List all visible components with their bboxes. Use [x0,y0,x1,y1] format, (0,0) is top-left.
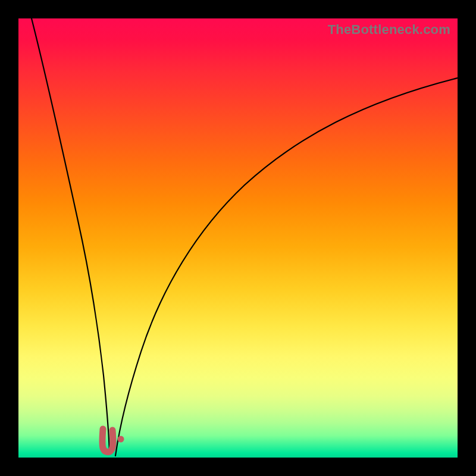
marker-dot [118,436,124,443]
series-left-curve [32,18,109,453]
right-curve-path [115,78,458,456]
left-curve-path [32,18,109,453]
curve-layer [18,18,458,458]
chart-frame: TheBottleneck.com [0,0,476,476]
series-right-curve [115,78,458,456]
plot-area: TheBottleneck.com [18,18,458,458]
marker-group [102,429,124,452]
marker-u-shape [102,429,113,452]
